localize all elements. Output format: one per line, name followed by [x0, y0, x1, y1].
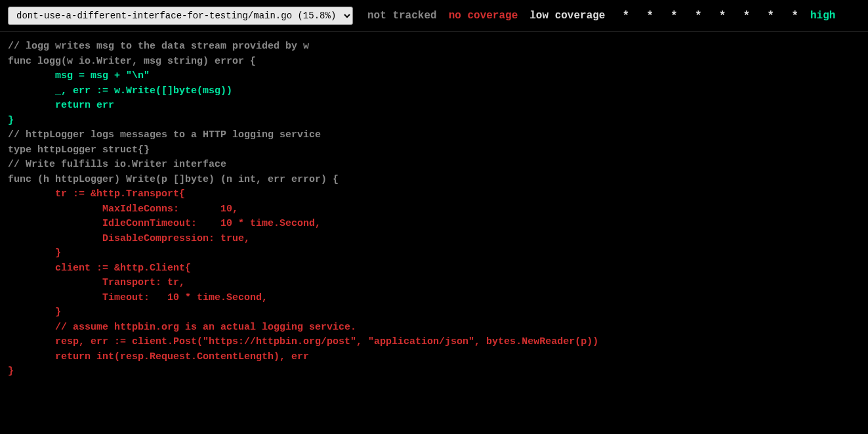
code-line: return int(resp.Request.ContentLength), …: [8, 350, 860, 365]
code-line: func (h httpLogger) Write(p []byte) (n i…: [8, 173, 860, 188]
legend-not-tracked: not tracked: [367, 10, 437, 22]
asterisk-icon: *: [671, 9, 678, 22]
code-line: }: [8, 246, 860, 261]
code-line: // assume httpbin.org is an actual loggi…: [8, 320, 860, 336]
code-line: DisableCompression: true,: [8, 232, 860, 247]
code-line: msg = msg + "\n": [8, 69, 860, 84]
file-select-dropdown[interactable]: dont-use-a-different-interface-for-testi…: [8, 7, 353, 25]
code-line: Transport: tr,: [8, 276, 860, 291]
asterisk-icon: *: [791, 9, 798, 22]
code-line: }: [8, 364, 860, 380]
asterisk-icon: *: [695, 9, 702, 22]
legend-high: high: [810, 10, 835, 22]
code-line: MaxIdleConns: 10,: [8, 202, 860, 217]
code-line: // Write fulfills io.Writer interface: [8, 158, 860, 173]
legend-low-coverage: low coverage: [529, 10, 605, 22]
asterisk-icon: *: [719, 9, 726, 22]
code-line: }: [8, 305, 860, 320]
coverage-legend: not tracked no coverage low coverage * *…: [367, 9, 835, 22]
code-line: return err: [8, 98, 860, 114]
legend-no-coverage: no coverage: [449, 10, 518, 22]
code-line: func logg(w io.Writer, msg string) error…: [8, 54, 860, 70]
header-bar: dont-use-a-different-interface-for-testi…: [0, 0, 868, 32]
code-line: tr := &http.Transport{: [8, 187, 860, 202]
asterisk-icon: *: [767, 9, 774, 22]
asterisk-icon: *: [622, 9, 629, 22]
code-line: // logg writes msg to the data stream pr…: [8, 39, 860, 54]
code-line: client := &http.Client{: [8, 261, 860, 276]
code-line: resp, err := client.Post("https://httpbi…: [8, 335, 860, 350]
code-line: type httpLogger struct{}: [8, 143, 860, 158]
code-line: IdleConnTimeout: 10 * time.Second,: [8, 217, 860, 232]
code-coverage-view: // logg writes msg to the data stream pr…: [0, 32, 868, 387]
code-line: // httpLogger logs messages to a HTTP lo…: [8, 128, 860, 143]
code-line: }: [8, 114, 860, 129]
code-line: _, err := w.Write([]byte(msg)): [8, 84, 860, 99]
legend-gradient-asterisks: * * * * * * * *: [622, 9, 798, 22]
asterisk-icon: *: [646, 9, 653, 22]
code-line: Timeout: 10 * time.Second,: [8, 291, 860, 306]
asterisk-icon: *: [743, 9, 751, 22]
